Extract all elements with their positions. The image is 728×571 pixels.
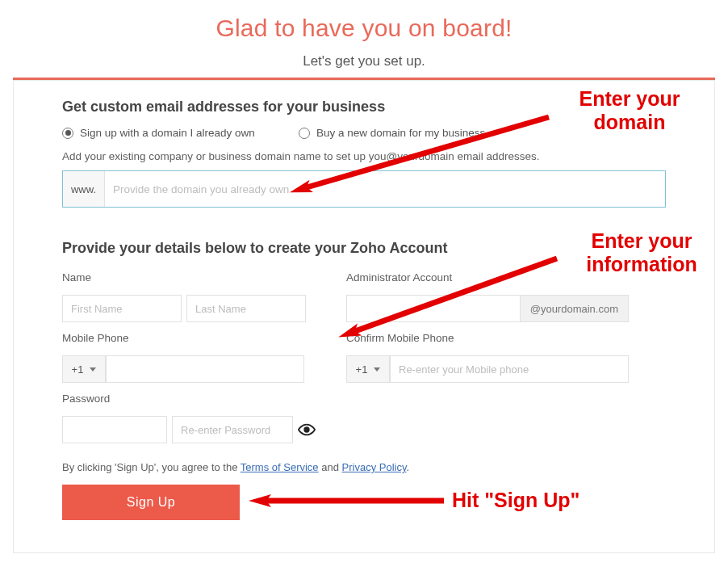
mobile-input[interactable] (106, 355, 304, 383)
confirm-mobile-input[interactable] (390, 355, 629, 383)
first-name-input[interactable] (62, 295, 182, 322)
domain-input[interactable] (105, 171, 665, 207)
domain-prefix-label: www. (63, 171, 105, 207)
confirm-password-input[interactable] (172, 416, 293, 443)
signup-panel: Get custom email addresses for your busi… (13, 80, 715, 553)
radio-buy-domain-label: Buy a new domain for my business (316, 127, 485, 139)
domain-help-text: Add your existing company or business do… (62, 150, 666, 162)
page-title: Glad to have you on board! (0, 15, 728, 42)
label-admin-account: Administrator Account (346, 271, 629, 283)
label-mobile: Mobile Phone (62, 332, 304, 344)
chevron-down-icon (374, 367, 380, 372)
radio-own-domain-label: Sign up with a domain I already own (80, 127, 255, 139)
page-subtitle: Let's get you set up. (0, 53, 728, 69)
radio-own-domain-indicator (62, 128, 73, 139)
label-confirm-mobile: Confirm Mobile Phone (346, 332, 629, 344)
radio-buy-domain[interactable]: Buy a new domain for my business (299, 127, 485, 139)
svg-point-0 (304, 427, 309, 432)
terms-of-service-link[interactable]: Terms of Service (241, 461, 319, 473)
section-domain-title: Get custom email addresses for your busi… (62, 99, 666, 115)
eye-icon (298, 421, 316, 439)
confirm-mobile-country-code-label: +1 (356, 363, 368, 376)
privacy-policy-link[interactable]: Privacy Policy (342, 461, 407, 473)
admin-account-suffix: @yourdomain.com (521, 295, 629, 322)
password-input[interactable] (62, 416, 167, 443)
mobile-country-code-label: +1 (72, 363, 84, 376)
radio-buy-domain-indicator (299, 128, 310, 139)
label-name: Name (62, 271, 304, 283)
radio-own-domain[interactable]: Sign up with a domain I already own (62, 127, 255, 139)
signup-button[interactable]: Sign Up (62, 485, 240, 520)
confirm-mobile-country-code[interactable]: +1 (346, 355, 390, 383)
agree-mid: and (319, 461, 342, 473)
section-details-title: Provide your details below to create you… (62, 240, 666, 257)
domain-input-group: www. (62, 170, 666, 208)
agree-suffix: . (406, 461, 409, 473)
agree-prefix: By clicking 'Sign Up', you agree to the (62, 461, 241, 473)
show-password-button[interactable] (298, 416, 316, 443)
last-name-input[interactable] (186, 295, 306, 322)
mobile-country-code[interactable]: +1 (62, 355, 106, 383)
agree-text: By clicking 'Sign Up', you agree to the … (62, 461, 666, 473)
label-password: Password (62, 393, 304, 405)
chevron-down-icon (90, 367, 96, 372)
admin-account-input[interactable] (346, 295, 521, 322)
